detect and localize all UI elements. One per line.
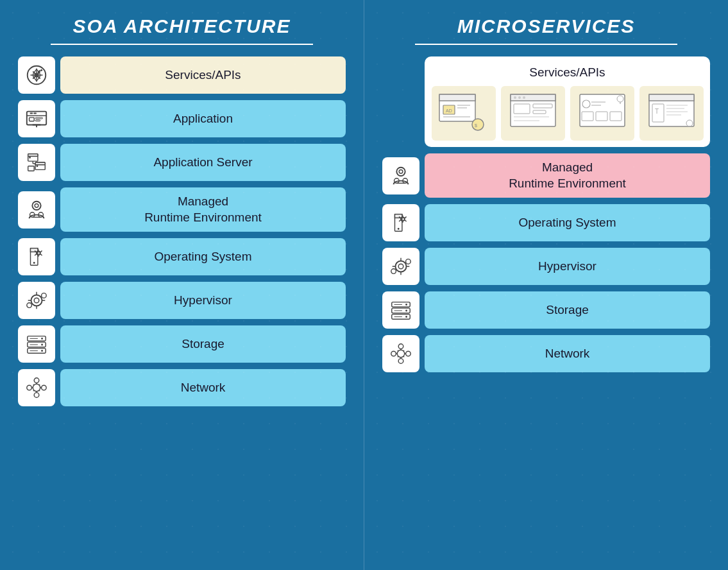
svg-line-51 (33, 384, 34, 385)
svg-point-103 (398, 264, 403, 270)
soa-row-application: Application (18, 100, 346, 137)
svg-line-52 (39, 390, 40, 391)
application-icon (18, 100, 55, 137)
svg-rect-84 (649, 94, 694, 101)
svg-rect-8 (35, 120, 40, 121)
svg-point-101 (401, 218, 405, 221)
soa-row-app-server: Application Server (18, 144, 346, 181)
svg-point-32 (42, 293, 47, 298)
soa-row-hypervisor: Hypervisor (18, 282, 346, 319)
svg-point-18 (37, 165, 38, 167)
svg-point-116 (391, 352, 396, 357)
svg-point-104 (391, 269, 396, 274)
micro-img-2 (501, 86, 565, 141)
svg-point-93 (396, 167, 405, 175)
micro-underline (415, 44, 677, 45)
svg-point-68 (523, 96, 525, 99)
svg-point-29 (31, 295, 42, 306)
svg-point-118 (398, 344, 403, 349)
svg-point-28 (37, 252, 40, 255)
svg-point-110 (405, 310, 407, 312)
os-icon-right (382, 204, 419, 241)
svg-text:$: $ (475, 123, 477, 128)
micro-img-3 (570, 86, 634, 141)
svg-point-27 (33, 262, 35, 264)
svg-point-94 (399, 169, 403, 173)
svg-rect-56 (439, 94, 475, 101)
svg-point-38 (41, 350, 43, 352)
soa-row-os: Operating System (18, 238, 346, 275)
hypervisor-icon-left (18, 282, 55, 319)
svg-line-127 (398, 356, 398, 357)
svg-rect-7 (35, 117, 42, 119)
micro-img-1: AD $ (432, 86, 496, 141)
svg-point-44 (42, 386, 47, 391)
storage-icon-left (18, 325, 55, 363)
svg-line-53 (39, 384, 40, 385)
soa-row-managed-runtime: Managed Runtime Environment (18, 187, 346, 232)
micro-services-title: Services/APIs (431, 65, 704, 80)
svg-point-100 (398, 228, 400, 230)
micro-storage-label: Storage (425, 291, 710, 329)
svg-point-43 (27, 386, 32, 391)
app-server-icon (18, 144, 55, 181)
svg-text:T: T (655, 108, 659, 115)
soa-os-label: Operating System (60, 238, 346, 275)
svg-rect-99 (395, 214, 402, 218)
svg-line-126 (403, 350, 404, 351)
micro-hypervisor-label: Hypervisor (425, 248, 710, 285)
svg-point-46 (34, 393, 39, 398)
svg-point-17 (29, 157, 31, 159)
svg-line-125 (403, 356, 404, 357)
soa-app-server-label: Application Server (60, 144, 346, 181)
micro-service-images: AD $ (431, 86, 704, 141)
soa-title: SOA Architecture (18, 15, 346, 37)
svg-point-102 (395, 261, 406, 272)
micro-row-os: Operating System (382, 204, 710, 241)
svg-point-36 (41, 338, 43, 340)
micro-network-label: Network (425, 335, 710, 372)
storage-icon-right (382, 291, 419, 329)
services-apis-icon (18, 56, 55, 94)
svg-point-45 (34, 378, 39, 383)
soa-storage-label: Storage (60, 325, 346, 363)
svg-point-31 (27, 303, 32, 308)
svg-point-105 (406, 259, 411, 264)
svg-rect-2 (27, 112, 46, 125)
network-icon-right (382, 335, 419, 372)
soa-application-label: Application (60, 100, 346, 137)
micro-row-network: Network (382, 335, 710, 372)
svg-rect-14 (35, 162, 45, 165)
svg-point-111 (405, 316, 407, 318)
micro-managed-runtime-icon (382, 157, 419, 194)
micro-row-managed-runtime: Managed Runtime Environment (382, 153, 710, 198)
soa-managed-runtime-label: Managed Runtime Environment (60, 187, 346, 232)
micro-img-4: T (639, 86, 704, 141)
micro-services-box: Services/APIs AD $ (425, 56, 710, 147)
svg-rect-74 (580, 94, 625, 126)
soa-row-network: Network (18, 369, 346, 406)
svg-point-20 (32, 201, 40, 209)
svg-point-67 (518, 96, 521, 99)
svg-rect-65 (511, 94, 555, 101)
micro-managed-runtime-label: Managed Runtime Environment (425, 153, 710, 198)
svg-point-21 (35, 203, 38, 207)
svg-point-61 (472, 119, 484, 130)
svg-point-37 (41, 344, 43, 346)
soa-network-label: Network (60, 369, 346, 406)
managed-runtime-icon (18, 191, 55, 229)
svg-line-54 (33, 390, 34, 391)
micro-row-storage: Storage (382, 291, 710, 329)
svg-rect-12 (28, 154, 38, 157)
svg-text:AD: AD (446, 108, 452, 113)
micro-title: Microservices (382, 15, 710, 37)
soa-services-apis-label: Services/APIs (60, 56, 346, 94)
svg-point-109 (405, 304, 407, 306)
soa-row-storage: Storage (18, 325, 346, 363)
micro-os-label: Operating System (425, 204, 710, 241)
soa-column: SOA Architecture Services/APIs (0, 0, 364, 570)
microservices-column: Microservices Services/APIs AD $ (364, 0, 728, 570)
network-icon-left (18, 369, 55, 406)
svg-line-124 (398, 350, 398, 351)
soa-underline (51, 44, 313, 45)
